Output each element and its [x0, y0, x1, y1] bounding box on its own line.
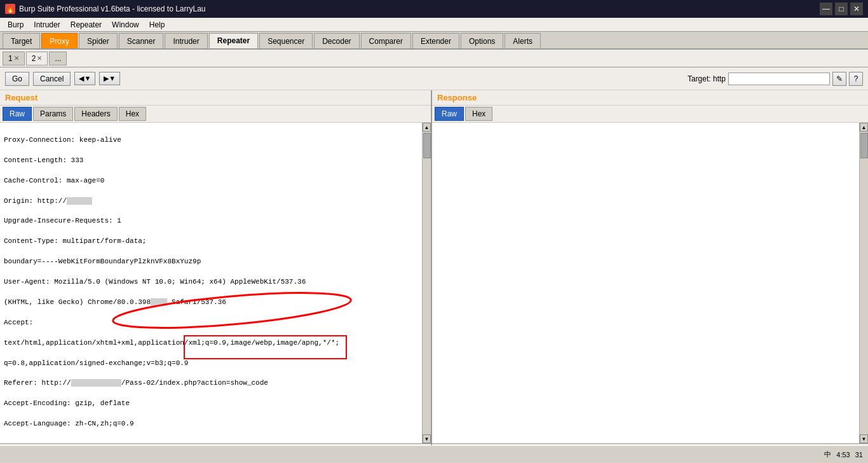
target-input[interactable] [728, 73, 830, 85]
close-button[interactable]: ✕ [850, 3, 863, 15]
response-panel-tabs: Raw Hex [432, 106, 868, 123]
title-bar: 🔥 Burp Suite Professional v1.6beta - lic… [0, 0, 868, 18]
response-scroll-down-button[interactable]: ▼ [860, 434, 868, 443]
tab-extender[interactable]: Extender [412, 33, 459, 48]
tab-repeater[interactable]: Repeater [209, 33, 258, 48]
target-help-button[interactable]: ? [849, 72, 863, 86]
sub-tab-1-label: 1 [8, 54, 13, 63]
request-panel-title: Request [0, 90, 431, 106]
tab-options[interactable]: Options [461, 33, 503, 48]
menu-help[interactable]: Help [144, 19, 170, 31]
sub-tab-2-label: 2 [32, 54, 36, 63]
menu-intruder[interactable]: Intruder [29, 19, 65, 31]
response-panel-title: Response [432, 90, 868, 106]
sub-tab-2-close[interactable]: ✕ [37, 55, 42, 62]
maximize-button[interactable]: □ [835, 3, 848, 15]
req-line-3: Cache-Control: max-age=0 [4, 176, 418, 186]
sub-tab-2[interactable]: 2 ✕ [26, 52, 48, 66]
tab-sequencer[interactable]: Sequencer [259, 33, 313, 48]
taskbar-date: 31 [855, 451, 863, 459]
tab-decoder[interactable]: Decoder [314, 33, 359, 48]
menu-bar: Burp Intruder Repeater Window Help [0, 18, 868, 32]
tab-proxy[interactable]: Proxy [41, 33, 78, 48]
toolbar: Go Cancel ◀▼ ▶▼ Target: http ✎ ? [0, 67, 868, 90]
sub-tab-1[interactable]: 1 ✕ [3, 52, 25, 66]
taskbar-ime: 中 [824, 450, 831, 459]
request-scrollbar[interactable]: ▲ ▼ [422, 123, 431, 443]
scroll-thumb[interactable] [423, 133, 431, 158]
req-line-7: boundary=----WebKitFormBoundaryPlzknVFx8… [4, 257, 418, 267]
target-label: Target: http [688, 74, 726, 83]
req-line-12: q=0.8,application/signed-exchange;v=b3;q… [4, 359, 418, 369]
title-bar-left: 🔥 Burp Suite Professional v1.6beta - lic… [5, 4, 206, 14]
scroll-down-button[interactable]: ▼ [423, 434, 431, 443]
request-tab-raw[interactable]: Raw [3, 107, 32, 121]
request-tab-hex[interactable]: Hex [119, 107, 146, 121]
request-body-wrapper: Proxy-Connection: keep-alive Content-Len… [0, 123, 431, 443]
tab-intruder[interactable]: Intruder [165, 33, 207, 48]
target-area: Target: http ✎ ? [688, 72, 863, 86]
forward-button[interactable]: ▶▼ [99, 72, 120, 85]
window-title: Burp Suite Professional v1.6beta - licen… [19, 4, 206, 13]
request-panel-tabs: Raw Params Headers Hex [0, 106, 431, 123]
taskbar-time: 4:53 [836, 451, 850, 459]
response-scrollbar[interactable]: ▲ ▼ [859, 123, 868, 443]
response-scroll-thumb[interactable] [860, 133, 868, 158]
req-line-14: Accept-Encoding: gzip, deflate [4, 399, 418, 409]
sub-tabs: 1 ✕ 2 ✕ ... [0, 50, 868, 67]
request-tab-params[interactable]: Params [33, 107, 73, 121]
app-icon: 🔥 [5, 4, 15, 14]
response-panel: Response Raw Hex ▲ ▼ ? ◀ + ▶ 0 matches [432, 90, 868, 461]
req-line-blank [4, 439, 418, 443]
request-tab-headers[interactable]: Headers [74, 107, 117, 121]
req-line-15: Accept-Language: zh-CN,zh;q=0.9 [4, 419, 418, 429]
target-edit-button[interactable]: ✎ [832, 72, 846, 86]
sub-tab-more[interactable]: ... [49, 52, 67, 66]
req-line-2: Content-Length: 333 [4, 156, 418, 166]
cancel-button[interactable]: Cancel [33, 72, 71, 86]
req-line-8: User-Agent: Mozilla/5.0 (Windows NT 10.0… [4, 277, 418, 287]
request-panel: Request Raw Params Headers Hex Proxy-Con… [0, 90, 432, 461]
taskbar: 中 4:53 31 [0, 445, 868, 463]
req-line-1: Proxy-Connection: keep-alive [4, 135, 418, 146]
go-button[interactable]: Go [5, 72, 29, 86]
req-line-4: Origin: http://██████ [4, 197, 418, 207]
response-content [432, 123, 859, 443]
response-body-wrapper: ▲ ▼ [432, 123, 868, 443]
response-scroll-up-button[interactable]: ▲ [860, 123, 868, 132]
sub-tab-1-close[interactable]: ✕ [14, 55, 19, 62]
req-line-10: Accept: [4, 318, 418, 328]
tab-comparer[interactable]: Comparer [361, 33, 411, 48]
menu-burp[interactable]: Burp [3, 19, 29, 31]
tab-scanner[interactable]: Scanner [119, 33, 164, 48]
req-line-9: (KHTML, like Gecko) Chrome/80.0.398████ … [4, 298, 418, 308]
menu-window[interactable]: Window [107, 19, 144, 31]
title-bar-controls[interactable]: — □ ✕ [820, 3, 863, 15]
main-content: Request Raw Params Headers Hex Proxy-Con… [0, 90, 868, 461]
req-line-6: Content-Type: multipart/form-data; [4, 237, 418, 247]
req-line-5: Upgrade-Insecure-Requests: 1 [4, 216, 418, 226]
tab-alerts[interactable]: Alerts [505, 33, 541, 48]
minimize-button[interactable]: — [820, 3, 832, 15]
response-tab-raw[interactable]: Raw [435, 107, 464, 121]
req-line-13: Referer: http://████████████/Pass-02/ind… [4, 378, 418, 389]
main-tabs: Target Proxy Spider Scanner Intruder Rep… [0, 32, 868, 50]
sub-tab-more-label: ... [55, 54, 61, 63]
scroll-up-button[interactable]: ▲ [423, 123, 431, 132]
tab-spider[interactable]: Spider [79, 33, 118, 48]
req-line-11: text/html,application/xhtml+xml,applicat… [4, 338, 418, 349]
tab-target[interactable]: Target [3, 33, 40, 48]
request-content[interactable]: Proxy-Connection: keep-alive Content-Len… [0, 123, 422, 443]
svg-point-0 [112, 286, 352, 335]
response-tab-hex[interactable]: Hex [465, 107, 492, 121]
menu-repeater[interactable]: Repeater [65, 19, 107, 31]
back-button[interactable]: ◀▼ [74, 72, 95, 85]
